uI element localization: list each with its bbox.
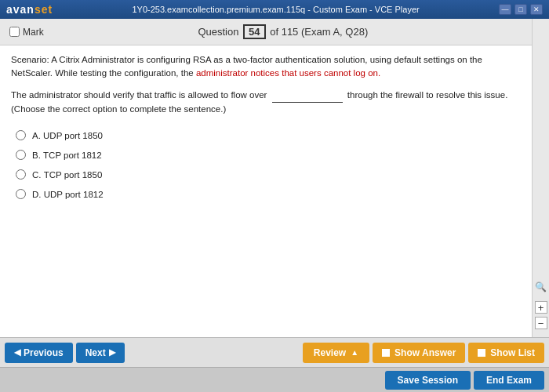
previous-button[interactable]: ◀ Previous (5, 343, 73, 363)
title-bar: avanset 1Y0-253.examcollection.premium.e… (0, 0, 549, 19)
show-answer-button[interactable]: Show Answer (373, 343, 465, 363)
option-d-text: UDP port 1812 (44, 190, 104, 199)
question-part1: The administrator should verify that tra… (11, 90, 267, 100)
right-sidebar: 🔍 + − (532, 19, 549, 337)
status-bar: Save Session End Exam (0, 367, 549, 392)
question-label: Question (198, 26, 238, 38)
next-label: Next (85, 347, 106, 358)
question-info: Question 54 of 115 (Exam A, Q28) (44, 24, 522, 39)
scenario-text: Scenario: A Citrix Administrator is conf… (11, 53, 521, 81)
show-answer-icon (382, 349, 390, 357)
radio-a[interactable] (16, 130, 26, 140)
close-button[interactable]: ✕ (530, 4, 543, 15)
bottom-toolbar: ◀ Previous Next ▶ Review ▲ Show Answer S… (0, 337, 549, 367)
option-b-text: TCP port 1812 (43, 151, 102, 160)
option-a-text: UDP port 1850 (43, 131, 103, 140)
window-controls[interactable]: — □ ✕ (499, 4, 543, 15)
answer-blank (272, 89, 343, 103)
mark-label: Mark (23, 27, 44, 38)
question-content: Scenario: A Citrix Administrator is conf… (0, 45, 532, 337)
option-b[interactable]: B. TCP port 1812 (11, 147, 521, 163)
maximize-button[interactable]: □ (514, 4, 527, 15)
option-a[interactable]: A. UDP port 1850 (11, 127, 521, 143)
scenario-line2: administrator notices that users cannot … (196, 68, 380, 78)
radio-c[interactable] (16, 169, 26, 180)
total-questions: of 115 (Exam A, Q28) (270, 26, 368, 38)
radio-b[interactable] (16, 150, 26, 160)
next-arrow-icon: ▶ (109, 347, 115, 358)
radio-d[interactable] (16, 189, 26, 199)
app-logo: avanset (6, 3, 53, 16)
mark-checkbox[interactable] (9, 27, 20, 37)
minimize-button[interactable]: — (499, 4, 511, 15)
option-d[interactable]: D. UDP port 1812 (11, 186, 521, 202)
window-title: 1Y0-253.examcollection.premium.exam.115q… (53, 5, 499, 14)
logo-text: avanset (6, 3, 53, 16)
answer-options: A. UDP port 1850 B. TCP port 1812 C. TCP… (11, 127, 521, 202)
question-text: The administrator should verify that tra… (11, 89, 521, 117)
show-list-label: Show List (490, 347, 535, 358)
prev-arrow-icon: ◀ (14, 347, 20, 358)
option-b-label: B. (32, 151, 43, 160)
save-session-label: Save Session (398, 375, 458, 386)
review-label: Review (314, 347, 346, 358)
option-a-label: A. (32, 131, 43, 140)
option-c-label: C. (32, 170, 44, 180)
next-button[interactable]: Next ▶ (76, 343, 125, 363)
show-answer-label: Show Answer (394, 347, 456, 358)
question-header: Mark Question 54 of 115 (Exam A, Q28) (0, 19, 532, 45)
show-list-icon (478, 349, 485, 357)
zoom-in-button[interactable]: + (535, 301, 547, 314)
option-c[interactable]: C. TCP port 1850 (11, 166, 521, 183)
review-button[interactable]: Review ▲ (303, 343, 369, 363)
question-number: 54 (243, 24, 265, 39)
end-exam-button[interactable]: End Exam (474, 371, 544, 390)
previous-label: Previous (24, 347, 64, 358)
option-d-label: D. (32, 190, 44, 199)
save-session-button[interactable]: Save Session (385, 371, 471, 390)
zoom-out-button[interactable]: − (535, 317, 547, 329)
main-area: Mark Question 54 of 115 (Exam A, Q28) Sc… (0, 19, 532, 337)
end-exam-label: End Exam (486, 375, 532, 386)
review-arrow-icon: ▲ (351, 348, 358, 357)
mark-checkbox-container[interactable]: Mark (9, 27, 44, 38)
search-icon[interactable]: 🔍 (535, 281, 547, 293)
option-c-text: TCP port 1850 (44, 170, 103, 180)
show-list-button[interactable]: Show List (468, 343, 544, 363)
